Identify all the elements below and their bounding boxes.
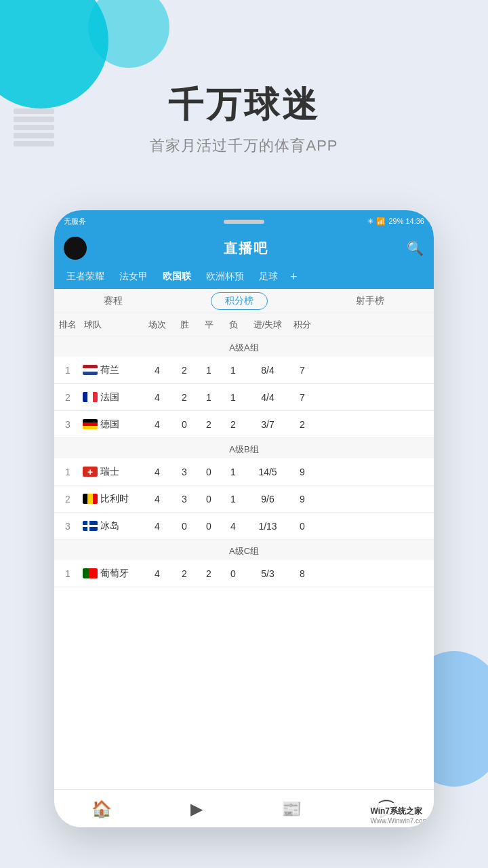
cell-games: 4 [142,467,172,477]
status-left: 无服务 [64,216,86,226]
cell-pts: 0 [290,521,314,532]
cell-team: 瑞士 [81,466,142,478]
cell-games: 4 [142,419,172,430]
cell-loss: 0 [221,568,245,579]
tab-nations-league[interactable]: 欧国联 [156,268,198,285]
cell-draw: 0 [197,521,221,532]
table-row[interactable]: 2 法国 4 2 1 1 4/4 7 [54,384,434,411]
table-content: A级A组 1 荷兰 4 2 1 1 8/4 7 2 法国 4 2 1 1 4/4… [54,336,434,827]
cell-win: 2 [172,568,197,579]
hero-subtitle: 首家月活过千万的体育APP [0,136,488,156]
table-row[interactable]: 1 荷兰 4 2 1 1 8/4 7 [54,357,434,384]
table-row[interactable]: 2 比利时 4 3 0 1 9/6 9 [54,486,434,513]
table-row[interactable]: 1 葡萄牙 4 2 2 0 5/3 8 [54,560,434,587]
cell-rank: 2 [54,392,81,403]
cell-pts: 8 [290,568,314,579]
cell-team: 法国 [81,391,142,403]
cell-games: 4 [142,494,172,505]
cell-rank: 1 [54,467,81,477]
team-name: 冰岛 [100,520,119,532]
flag-be [83,494,98,504]
team-name: 法国 [100,391,119,403]
tab-more-icon[interactable]: + [286,270,302,284]
cell-rank: 3 [54,521,81,532]
header-loss: 负 [221,319,245,331]
group-title: A级C组 [54,540,434,560]
nav-tabs: 王者荣耀 法女甲 欧国联 欧洲杯预 足球 + [54,264,434,289]
header-pts: 积分 [290,319,314,331]
cell-team: 荷兰 [81,364,142,376]
cell-loss: 1 [221,392,245,403]
table-row[interactable]: 3 冰岛 4 0 0 4 1/13 0 [54,513,434,540]
table-row[interactable]: 1 瑞士 4 3 0 1 14/5 9 [54,458,434,486]
cell-win: 2 [172,392,197,403]
bluetooth-icon: ✳ [367,217,373,226]
cell-rank: 3 [54,419,81,430]
cell-games: 4 [142,568,172,579]
phone-mockup: 无服务 ✳ 📶 29% 14:36 直播吧 🔍 王者荣耀 法女甲 欧国联 欧洲杯… [54,210,434,827]
cell-games: 4 [142,521,172,532]
subtab-schedule[interactable]: 赛程 [93,292,134,310]
wifi-icon: 📶 [376,217,386,226]
tab-ligue2[interactable]: 法女甲 [113,268,155,285]
cell-win: 2 [172,365,197,376]
cell-draw: 0 [197,494,221,505]
nav-news[interactable]: 📰 [244,790,339,827]
cell-games: 4 [142,392,172,403]
cell-loss: 1 [221,365,245,376]
group-title: A级B组 [54,438,434,458]
cell-draw: 1 [197,392,221,403]
battery-text: 29% 14:36 [388,217,424,225]
cell-pts: 7 [290,365,314,376]
flag-is [83,521,98,531]
table-row[interactable]: 3 德国 4 0 2 2 3/7 2 [54,411,434,438]
nav-play[interactable]: ▶ [149,790,244,827]
cell-loss: 1 [221,467,245,477]
cell-win: 0 [172,521,197,532]
avatar[interactable] [64,237,87,260]
header-goals: 进/失球 [245,319,290,331]
cell-win: 3 [172,494,197,505]
phone-inner: 无服务 ✳ 📶 29% 14:36 直播吧 🔍 王者荣耀 法女甲 欧国联 欧洲杯… [54,210,434,827]
cell-goals: 14/5 [245,467,290,477]
cell-goals: 8/4 [245,365,290,376]
hero-section: 千万球迷 首家月活过千万的体育APP [0,81,488,156]
cell-team: 冰岛 [81,520,142,532]
watermark-line2: Www.Winwin7.com [370,817,428,825]
tab-football[interactable]: 足球 [252,268,285,285]
cell-goals: 3/7 [245,419,290,430]
subtab-scorers[interactable]: 射手榜 [345,292,395,310]
cell-draw: 2 [197,419,221,430]
team-name: 葡萄牙 [100,568,129,580]
watermark: Win7系统之家 Www.Winwin7.com [365,803,434,827]
cell-rank: 1 [54,568,81,579]
cell-pts: 9 [290,467,314,477]
play-icon: ▶ [190,800,203,818]
cell-rank: 1 [54,365,81,376]
tab-euro-qual[interactable]: 欧洲杯预 [199,268,251,285]
cell-goals: 4/4 [245,392,290,403]
header-games: 场次 [142,319,172,331]
flag-nl [83,365,98,375]
cell-goals: 5/3 [245,568,290,579]
hero-title: 千万球迷 [0,81,488,129]
cell-draw: 1 [197,365,221,376]
header-draw: 平 [197,319,221,331]
group-title: A级A组 [54,336,434,357]
app-title: 直播吧 [224,239,268,258]
sub-tabs: 赛程 积分榜 射手榜 [54,289,434,313]
tab-wangzhe[interactable]: 王者荣耀 [60,268,111,285]
home-icon: 🏠 [92,800,112,818]
team-name: 瑞士 [100,466,119,478]
news-icon: 📰 [281,800,302,818]
team-name: 荷兰 [100,364,119,376]
header-rank: 排名 [54,319,81,331]
cell-pts: 9 [290,494,314,505]
flag-fr [83,392,98,402]
flag-de [83,419,98,429]
subtab-standings[interactable]: 积分榜 [211,292,268,310]
cell-loss: 4 [221,521,245,532]
search-icon[interactable]: 🔍 [405,239,424,258]
cell-games: 4 [142,365,172,376]
nav-home[interactable]: 🏠 [54,790,149,827]
